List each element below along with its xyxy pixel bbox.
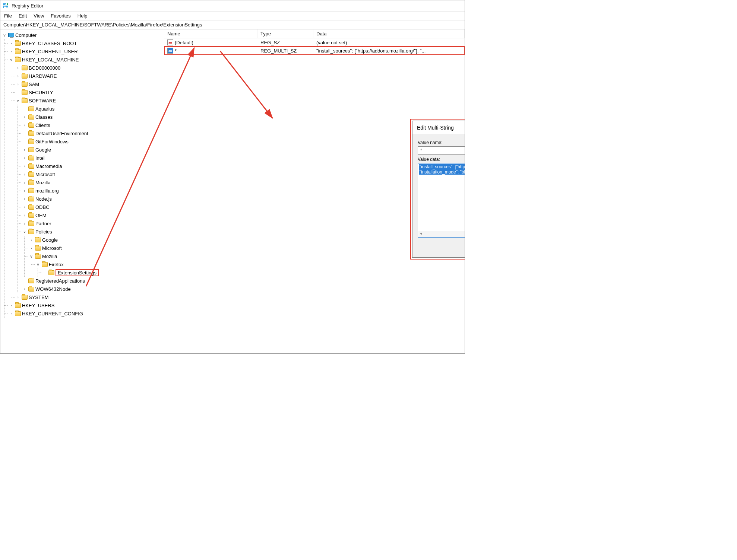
tree-node-nodejs[interactable]: ›Node.js	[22, 195, 164, 203]
chevron-right-icon[interactable]: ›	[22, 164, 27, 168]
tree-node-policies-google[interactable]: ›Google	[29, 236, 164, 244]
folder-icon	[28, 131, 34, 136]
tree-node-macromedia[interactable]: ›Macromedia	[22, 162, 164, 170]
tree-node-security[interactable]: SECURITY	[15, 88, 164, 96]
tree-node-clients[interactable]: ›Clients	[22, 121, 164, 129]
chevron-right-icon[interactable]: ›	[22, 123, 27, 127]
tree-node-system[interactable]: ›SYSTEM	[15, 293, 164, 301]
tree-node-classes[interactable]: ›Classes	[22, 113, 164, 121]
tree-node-hklm[interactable]: vHKEY_LOCAL_MACHINE	[9, 55, 164, 64]
column-type[interactable]: Type	[257, 29, 313, 38]
tree-node-intel[interactable]: ›Intel	[22, 154, 164, 162]
tree-node-oem[interactable]: ›OEM	[22, 211, 164, 219]
tree-node-sam[interactable]: ›SAM	[15, 80, 164, 88]
tree-node-hardware[interactable]: ›HARDWARE	[15, 72, 164, 80]
tree-node-hkcc[interactable]: ›HKEY_CURRENT_CONFIG	[9, 309, 164, 318]
folder-icon	[28, 115, 34, 120]
tree-node-odbc[interactable]: ›ODBC	[22, 203, 164, 211]
tree-node-firefox[interactable]: vFirefox	[35, 260, 164, 268]
tree-node-policies-mozilla[interactable]: vMozilla	[29, 252, 164, 260]
chevron-right-icon[interactable]: ›	[22, 213, 27, 217]
chevron-right-icon[interactable]: ›	[22, 197, 27, 201]
tree-node-aquarius[interactable]: Aquarius	[22, 105, 164, 113]
tree-node-partner[interactable]: ›Partner	[22, 219, 164, 228]
chevron-right-icon[interactable]: ›	[22, 189, 27, 193]
tree-pane[interactable]: v Computer ›HKEY_CLASSES_ROOT ›HKEY_CURR…	[0, 29, 164, 353]
folder-icon	[35, 238, 41, 242]
chevron-down-icon[interactable]: v	[35, 262, 41, 267]
tree-node-computer[interactable]: v Computer	[2, 31, 164, 39]
tree-node-software[interactable]: vSOFTWARE	[15, 96, 164, 105]
chevron-right-icon[interactable]: ›	[22, 287, 27, 291]
tree-node-mozilla[interactable]: ›Mozilla	[22, 178, 164, 187]
chevron-right-icon[interactable]: ›	[9, 50, 14, 54]
column-data[interactable]: Data	[313, 29, 465, 38]
tree-node-gitforwindows[interactable]: GitForWindows	[22, 137, 164, 146]
chevron-right-icon[interactable]: ›	[9, 41, 14, 45]
tree-node-bcd[interactable]: ›BCD00000000	[15, 64, 164, 72]
value-name-label: Value name:	[418, 140, 465, 145]
svg-rect-1	[5, 3, 6, 4]
folder-icon	[22, 98, 28, 103]
folder-icon	[28, 197, 34, 201]
chevron-right-icon[interactable]: ›	[15, 74, 20, 78]
column-name[interactable]: Name	[164, 29, 257, 38]
annotation-highlight: Edit Multi-String ✕ Value name: * Value …	[410, 119, 465, 260]
chevron-right-icon[interactable]: ›	[22, 205, 27, 209]
value-row-asterisk[interactable]: * REG_MULTI_SZ "install_sources": ["http…	[164, 47, 465, 55]
tree-node-policies[interactable]: vPolicies	[22, 228, 164, 236]
chevron-down-icon[interactable]: v	[15, 99, 20, 103]
chevron-right-icon[interactable]: ›	[29, 238, 34, 242]
chevron-down-icon[interactable]: v	[9, 58, 14, 62]
tree-node-default-user-env[interactable]: DefaultUserEnvironment	[22, 129, 164, 137]
tree-node-hku[interactable]: ›HKEY_USERS	[9, 301, 164, 309]
folder-icon	[35, 254, 41, 259]
menu-edit[interactable]: Edit	[19, 13, 27, 19]
chevron-right-icon[interactable]: ›	[22, 181, 27, 185]
menu-view[interactable]: View	[34, 13, 44, 19]
tree-node-google[interactable]: ›Google	[22, 146, 164, 154]
folder-icon	[28, 106, 34, 111]
menu-help[interactable]: Help	[78, 13, 88, 19]
tree-node-extensionsettings[interactable]: ExtensionSettings	[42, 268, 164, 277]
value-data-label: Value data:	[418, 157, 465, 162]
folder-icon	[28, 139, 34, 144]
svg-rect-6	[3, 7, 4, 8]
chevron-right-icon[interactable]: ›	[9, 303, 14, 308]
tree-node-policies-microsoft[interactable]: ›Microsoft	[29, 244, 164, 252]
value-data-textarea[interactable]: "install_sources": ["https://addons.mozi…	[418, 163, 465, 238]
tree-node-registered-apps[interactable]: RegisteredApplications	[22, 277, 164, 285]
tree-node-wow6432[interactable]: ›WOW6432Node	[22, 285, 164, 293]
chevron-right-icon[interactable]: ›	[22, 148, 27, 152]
svg-rect-0	[3, 3, 5, 5]
folder-icon	[42, 262, 48, 267]
chevron-right-icon[interactable]: ›	[22, 222, 27, 226]
value-row-default[interactable]: (Default) REG_SZ (value not set)	[164, 38, 465, 47]
chevron-right-icon[interactable]: ›	[15, 82, 20, 86]
chevron-down-icon[interactable]: v	[29, 254, 34, 258]
folder-icon	[15, 303, 21, 308]
chevron-right-icon[interactable]: ›	[29, 246, 34, 250]
tree-node-hkcu[interactable]: ›HKEY_CURRENT_USER	[9, 47, 164, 55]
chevron-down-icon[interactable]: v	[2, 33, 7, 37]
folder-icon	[22, 74, 28, 79]
tree-node-hkcr[interactable]: ›HKEY_CLASSES_ROOT	[9, 39, 164, 47]
chevron-right-icon[interactable]: ›	[9, 312, 14, 316]
chevron-right-icon[interactable]: ›	[22, 156, 27, 160]
svg-line-9	[220, 51, 272, 118]
svg-rect-5	[6, 6, 8, 7]
menu-favorites[interactable]: Favorites	[51, 13, 70, 19]
tree-node-mozilla-org[interactable]: ›mozilla.org	[22, 187, 164, 195]
scrollbar-horizontal[interactable]	[418, 231, 465, 237]
reg-sz-icon	[167, 39, 173, 45]
tree-node-microsoft[interactable]: ›Microsoft	[22, 170, 164, 178]
chevron-right-icon[interactable]: ›	[15, 295, 20, 299]
chevron-down-icon[interactable]: v	[22, 230, 27, 234]
folder-icon	[35, 246, 41, 251]
chevron-right-icon[interactable]: ›	[22, 115, 27, 119]
folder-icon	[28, 180, 34, 185]
chevron-right-icon[interactable]: ›	[15, 66, 20, 70]
menu-file[interactable]: File	[4, 13, 12, 19]
chevron-right-icon[interactable]: ›	[22, 172, 27, 176]
address-bar[interactable]: Computer\HKEY_LOCAL_MACHINE\SOFTWARE\Pol…	[0, 20, 465, 29]
